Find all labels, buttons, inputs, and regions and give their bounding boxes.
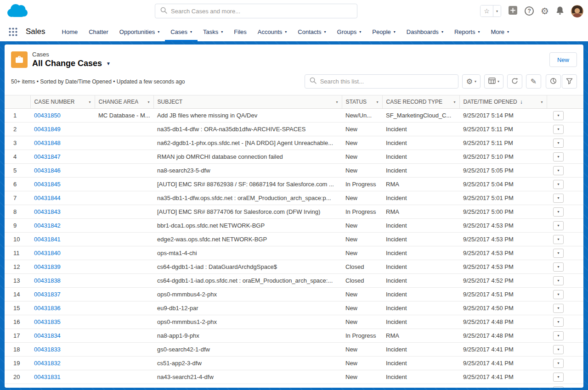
table-row: 4 00431847 RMAN job OMRCHI database conn… (5, 150, 583, 164)
row-action-cell: ▾ (547, 233, 583, 246)
case-number-link[interactable]: 00431849 (34, 126, 61, 133)
nav-item-cases[interactable]: Cases ▾ (165, 22, 198, 41)
nav-item-people[interactable]: People ▾ (367, 22, 401, 41)
row-actions-button[interactable]: ▾ (553, 373, 564, 382)
favorites-menu-button[interactable]: ▾ (493, 6, 501, 17)
row-actions-button[interactable]: ▾ (553, 345, 564, 354)
filters-button[interactable] (562, 74, 577, 89)
row-actions-button[interactable]: ▾ (553, 194, 564, 203)
row-actions-button[interactable]: ▾ (553, 262, 564, 272)
case-number-link[interactable]: 00431832 (34, 360, 61, 367)
row-actions-button[interactable]: ▾ (553, 304, 564, 313)
column-header-case-number[interactable]: CASE NUMBER▾ (30, 95, 95, 109)
row-actions-button[interactable]: ▾ (553, 166, 564, 175)
table-row: 16 00431835 ops0-mmmbus1-2-phx New Incid… (5, 315, 583, 329)
row-actions-button[interactable]: ▾ (553, 318, 564, 327)
table-row: 12 00431839 cs64-dgdb1-1-iad : DataGuard… (5, 260, 583, 274)
chevron-down-icon: ▾ (557, 361, 559, 365)
nav-item-reports[interactable]: Reports ▾ (449, 22, 486, 41)
case-number-link[interactable]: 00431847 (34, 153, 61, 160)
subject-cell: cs51-app2-3-dfw (153, 357, 342, 370)
new-button[interactable]: New (549, 52, 577, 67)
change-area-cell (95, 343, 153, 357)
case-number-link[interactable]: 00431838 (34, 277, 61, 284)
list-view-settings-button[interactable]: ⚙ ▾ (462, 74, 481, 89)
nav-item-tasks[interactable]: Tasks ▾ (198, 22, 228, 41)
search-icon (160, 7, 167, 16)
column-header-subject[interactable]: SUBJECT▾ (153, 95, 342, 109)
row-actions-button[interactable]: ▾ (553, 331, 564, 340)
column-label: CASE NUMBER (34, 99, 75, 105)
nav-item-label: Contacts (298, 28, 321, 35)
refresh-button[interactable] (507, 74, 522, 89)
nav-item-more[interactable]: More ▾ (485, 22, 514, 41)
row-actions-button[interactable]: ▾ (553, 139, 564, 148)
row-actions-button[interactable]: ▾ (553, 386, 564, 388)
case-number-link[interactable]: 00431836 (34, 305, 61, 312)
column-header-date-time-opened[interactable]: DATE/TIME OPENED↓▾ (459, 95, 547, 109)
nav-item-opportunities[interactable]: Opportunities ▾ (114, 22, 165, 41)
row-actions-button[interactable]: ▾ (553, 125, 564, 134)
case-number-link[interactable]: 00431844 (34, 195, 61, 201)
favorites-button[interactable]: ☆ (481, 6, 493, 17)
row-actions-button[interactable]: ▾ (553, 290, 564, 299)
case-number-link[interactable]: 00431834 (34, 332, 61, 339)
setup-button[interactable]: ⚙ (541, 6, 549, 16)
date-opened-cell: 9/25/2017 4:53 PM (459, 233, 547, 246)
case-number-link[interactable]: 00431833 (34, 346, 61, 353)
row-actions-button[interactable]: ▾ (553, 152, 564, 162)
nav-item-dashboards[interactable]: Dashboards ▾ (401, 22, 449, 41)
nav-item-contacts[interactable]: Contacts ▾ (292, 22, 331, 41)
case-number-link[interactable]: 00431845 (34, 181, 61, 188)
nav-item-chatter[interactable]: Chatter (83, 22, 114, 41)
case-number-link[interactable]: 00431831 (34, 373, 61, 380)
case-number-link[interactable]: 00431841 (34, 236, 61, 243)
chevron-down-icon: ▾ (557, 347, 559, 351)
app-launcher-icon[interactable] (8, 22, 18, 41)
list-view-selector[interactable]: All Change Cases ▼ (32, 59, 111, 68)
nav-item-accounts[interactable]: Accounts ▾ (252, 22, 293, 41)
column-header-change-area[interactable]: CHANGE AREA▾ (95, 95, 153, 109)
help-button[interactable]: ? (525, 6, 534, 16)
user-avatar[interactable] (571, 5, 583, 17)
row-actions-button[interactable]: ▾ (553, 276, 564, 285)
case-number-link[interactable]: 00431848 (34, 139, 61, 146)
global-search-input[interactable] (171, 8, 352, 15)
record-type-cell: Incident (382, 315, 459, 329)
notifications-button[interactable] (556, 6, 564, 17)
global-actions-button[interactable] (508, 6, 518, 17)
chevron-down-icon: ▾ (557, 182, 559, 186)
nav-item-label: More (491, 28, 504, 35)
row-actions-button[interactable]: ▾ (553, 235, 564, 244)
column-label: STATUS (346, 99, 367, 105)
case-number-link[interactable]: 00431846 (34, 167, 61, 174)
row-actions-button[interactable]: ▾ (553, 111, 564, 120)
column-header-status[interactable]: STATUS▾ (342, 95, 382, 109)
row-actions-button[interactable]: ▾ (553, 180, 564, 189)
case-number-link[interactable]: 00431842 (34, 222, 61, 229)
nav-item-files[interactable]: Files (228, 22, 252, 41)
subject-cell: na8-app1-9-phx (153, 329, 342, 343)
change-area-cell (95, 164, 153, 178)
case-number-link[interactable]: 00431837 (34, 291, 61, 298)
case-number-cell: 00431840 (30, 246, 95, 260)
inline-edit-button[interactable]: ✎ (526, 74, 541, 89)
case-number-link[interactable]: 00431830 (34, 387, 61, 388)
row-actions-button[interactable]: ▾ (553, 249, 564, 258)
nav-item-home[interactable]: Home (57, 22, 84, 41)
display-as-button[interactable]: ▾ (484, 74, 503, 89)
case-number-link[interactable]: 00431840 (34, 250, 61, 256)
case-number-link[interactable]: 00431843 (34, 208, 61, 215)
charts-button[interactable] (546, 74, 561, 89)
case-number-link[interactable]: 00431850 (34, 112, 61, 119)
case-number-link[interactable]: 00431835 (34, 318, 61, 325)
row-actions-button[interactable]: ▾ (553, 359, 564, 368)
row-actions-button[interactable]: ▾ (553, 207, 564, 217)
list-search-input[interactable] (320, 78, 453, 85)
row-actions-button[interactable]: ▾ (553, 221, 564, 230)
case-number-link[interactable]: 00431839 (34, 263, 61, 270)
chevron-down-icon: ▾ (557, 334, 559, 338)
column-header-case-record-type[interactable]: CASE RECORD TYPE▾ (382, 95, 459, 109)
case-number-cell: 00431844 (30, 191, 95, 205)
nav-item-groups[interactable]: Groups ▾ (332, 22, 367, 41)
